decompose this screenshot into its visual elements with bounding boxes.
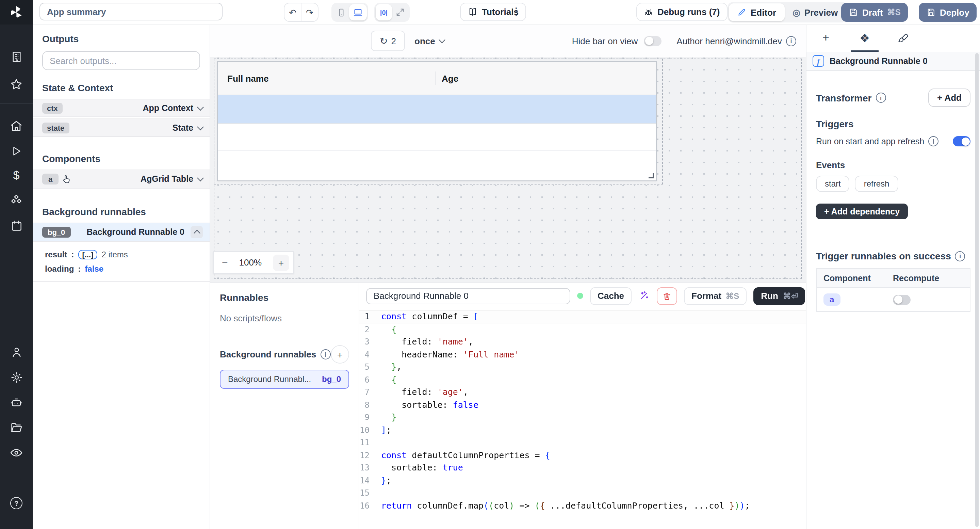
insert-component-tab[interactable]: +	[807, 24, 845, 52]
deploy-button[interactable]: Deploy	[919, 3, 977, 22]
center-layout-button[interactable]: |0|	[375, 4, 392, 21]
right-panel-scrollbar[interactable]	[975, 53, 978, 527]
component-settings-tab[interactable]: ❖	[845, 24, 884, 52]
info-icon[interactable]: i	[928, 136, 939, 147]
state-output-row[interactable]: state State	[33, 118, 210, 137]
app-canvas[interactable]: Full name Age − 100% +	[210, 57, 806, 282]
chevron-down-icon[interactable]	[197, 175, 204, 182]
help-icon[interactable]: ?	[0, 492, 33, 515]
code-line[interactable]: 15	[360, 487, 812, 499]
debug-runs-button[interactable]: Debug runs (7)	[636, 3, 727, 21]
preview-tab[interactable]: ◎ Preview	[784, 3, 846, 21]
zoom-out-button[interactable]: −	[222, 257, 228, 268]
runnable-item-selected[interactable]: Background Runnabl... bg_0	[220, 370, 349, 389]
collapse-button[interactable]	[191, 226, 203, 238]
add-transformer-button[interactable]: + Add	[928, 89, 970, 107]
runnable-name-input[interactable]: Background Runnable 0	[366, 288, 570, 304]
info-icon[interactable]: i	[320, 349, 331, 360]
code-line[interactable]: 10];	[360, 424, 812, 437]
app-summary-input[interactable]: App summary	[40, 3, 223, 21]
aggrid-table-component[interactable]: Full name Age	[217, 61, 657, 181]
ai-wand-icon[interactable]	[638, 290, 650, 301]
code-line[interactable]: 1const columnDef = [	[360, 311, 812, 323]
redo-button[interactable]: ↷	[301, 3, 318, 21]
workspace-building-icon[interactable]	[0, 45, 33, 68]
run-button[interactable]: Run ⌘⏎	[753, 287, 805, 305]
more-menu-button[interactable]: ⋮	[511, 5, 521, 18]
mobile-view-button[interactable]	[333, 4, 349, 21]
bg0-label: Background Runnable 0	[86, 228, 185, 237]
preview-icon: ◎	[792, 7, 800, 18]
loading-value: false	[85, 264, 103, 273]
table-row[interactable]	[218, 124, 656, 151]
column-header-age[interactable]: Age	[436, 73, 458, 83]
editor-tab[interactable]: Editor	[729, 3, 784, 21]
code-line[interactable]: 7 field: 'age',	[360, 386, 812, 398]
styling-tab[interactable]	[884, 24, 923, 52]
table-row-selected[interactable]	[218, 95, 656, 124]
colon: :	[71, 250, 74, 259]
component-a-row[interactable]: a AgGrid Table	[33, 169, 210, 189]
code-line[interactable]: 8 sortable: false	[360, 398, 812, 411]
audit-eye-icon[interactable]	[0, 441, 33, 464]
fullwidth-layout-button[interactable]	[392, 4, 408, 21]
component-a-chip[interactable]: a	[824, 293, 840, 306]
expand-rail-arrow-icon[interactable]: →	[0, 516, 33, 529]
result-array-chip[interactable]: [...]	[78, 250, 97, 259]
folders-icon[interactable]	[0, 416, 33, 439]
ctx-output-row[interactable]: ctx App Context	[33, 99, 210, 117]
windmill-logo[interactable]	[0, 0, 33, 24]
code-line[interactable]: 3 field: 'name',	[360, 336, 812, 348]
recompute-toggle[interactable]	[893, 295, 911, 305]
variables-dollar-icon[interactable]: $	[0, 164, 33, 187]
code-line[interactable]: 5 },	[360, 361, 812, 373]
runs-play-icon[interactable]	[0, 140, 33, 163]
code-line[interactable]: 2 {	[360, 323, 812, 336]
code-editor[interactable]: 1const columnDef = [2 {3 field: 'name',4…	[360, 308, 812, 529]
desktop-view-button[interactable]	[349, 4, 367, 21]
cache-button[interactable]: Cache	[590, 287, 632, 305]
code-line[interactable]: 14};	[360, 474, 812, 487]
code-line[interactable]: 16return columnDef.map((col) => ({ ...de…	[360, 499, 812, 512]
info-icon[interactable]: i	[786, 36, 796, 46]
run-on-start-toggle[interactable]	[953, 136, 970, 147]
resize-handle[interactable]	[649, 173, 654, 178]
code-line[interactable]: 6 {	[360, 373, 812, 386]
chevron-down-icon[interactable]	[197, 123, 204, 130]
refresh-count-button[interactable]: ↻ 2	[371, 31, 405, 51]
search-outputs-input[interactable]: Search outputs...	[42, 51, 200, 70]
code-line[interactable]: 4 headerName: 'Full name'	[360, 348, 812, 361]
resources-cubes-icon[interactable]	[0, 189, 33, 212]
schedules-calendar-icon[interactable]	[0, 214, 33, 237]
home-icon[interactable]	[0, 115, 33, 137]
bg0-output-row[interactable]: bg_0 Background Runnable 0	[33, 223, 210, 242]
workers-robot-icon[interactable]	[0, 391, 33, 414]
draft-button[interactable]: Draft ⌘S	[841, 3, 908, 22]
info-icon[interactable]: i	[955, 251, 966, 261]
format-button[interactable]: Format ⌘S	[684, 287, 746, 305]
add-runnable-button[interactable]: +	[331, 345, 349, 363]
settings-gear-icon[interactable]	[0, 366, 33, 389]
desktop-icon	[353, 7, 363, 18]
users-person-icon[interactable]	[0, 340, 33, 363]
column-header-fullname[interactable]: Full name	[218, 73, 436, 83]
expand-icon	[395, 8, 405, 17]
column-separator[interactable]	[436, 72, 436, 85]
chevron-down-icon[interactable]	[197, 104, 204, 110]
code-line[interactable]: 11	[360, 437, 812, 449]
code-line[interactable]: 12const defaultColumnProperties = {	[360, 449, 812, 462]
undo-button[interactable]: ↶	[285, 3, 301, 21]
delete-button[interactable]	[657, 287, 677, 305]
add-dependency-button[interactable]: + Add dependency	[816, 204, 908, 219]
event-chip-refresh[interactable]: refresh	[855, 176, 898, 192]
line-number: 3	[360, 336, 369, 348]
hide-bar-toggle[interactable]	[644, 36, 662, 46]
info-icon[interactable]: i	[875, 92, 886, 103]
event-chip-start[interactable]: start	[816, 176, 850, 192]
favorites-star-icon[interactable]	[0, 73, 33, 96]
code-line[interactable]: 9 }	[360, 411, 812, 424]
refresh-mode-select[interactable]: once	[414, 31, 445, 51]
chevron-down-icon	[439, 37, 446, 43]
zoom-in-button[interactable]: +	[273, 254, 289, 271]
code-line[interactable]: 13 sortable: true	[360, 462, 812, 474]
